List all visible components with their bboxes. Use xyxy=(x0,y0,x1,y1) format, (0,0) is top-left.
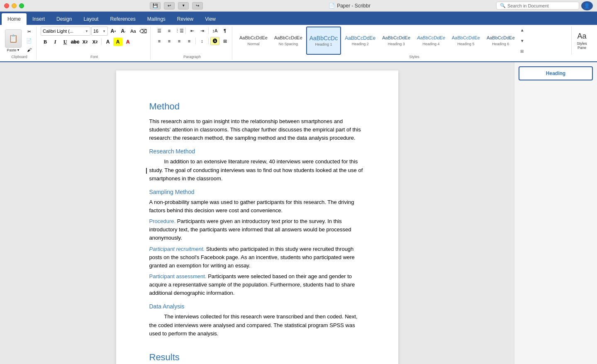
content-area: Method This research aims to gain insigh… xyxy=(0,62,597,364)
align-center-button[interactable]: ≡ xyxy=(165,37,174,45)
format-painter-button[interactable]: 🖌 xyxy=(24,46,34,54)
ribbon-toolbar: 📋 Paste ▼ ✂ 📄 🖌 Clipboard Calibri Light … xyxy=(0,25,597,62)
highlight-button[interactable]: A xyxy=(113,38,122,46)
line-spacing-button[interactable]: ↕ xyxy=(197,37,207,45)
tab-view[interactable]: View xyxy=(199,13,222,25)
tab-references[interactable]: References xyxy=(104,13,141,25)
style-heading5-label: Heading 5 xyxy=(457,42,474,46)
search-in-document[interactable]: 🔍 Search in Document xyxy=(496,2,579,10)
subscript-button[interactable]: X2 xyxy=(80,38,90,46)
increase-indent-button[interactable]: ⇥ xyxy=(197,27,207,35)
document-page: Method This research aims to gain insigh… xyxy=(116,70,398,364)
style-heading4-label: Heading 4 xyxy=(423,42,440,46)
copy-button[interactable]: 📄 xyxy=(24,36,34,45)
tab-mailings[interactable]: Mailings xyxy=(141,13,171,25)
underline-button[interactable]: U xyxy=(61,38,70,46)
align-right-button[interactable]: ≡ xyxy=(175,37,184,45)
paste-button[interactable]: 📋 xyxy=(5,29,22,48)
style-normal[interactable]: AaBbCcDdEe Normal xyxy=(236,27,270,55)
multilevel-list-button[interactable]: ⋮☰ xyxy=(175,27,184,35)
save-icon[interactable]: 💾 xyxy=(150,2,161,10)
window-controls[interactable] xyxy=(4,3,24,8)
tab-design[interactable]: Design xyxy=(51,13,78,25)
increase-font-button[interactable]: A+ xyxy=(109,27,118,35)
undo-icon[interactable]: ↩ xyxy=(164,2,175,10)
font-size-selector[interactable]: 16 ▼ xyxy=(91,27,108,36)
tab-home[interactable]: Home xyxy=(2,13,27,25)
separator4 xyxy=(195,38,196,44)
font-color-button[interactable]: A xyxy=(103,38,112,46)
user-area: 🔍 Search in Document 👤 xyxy=(496,1,593,10)
style-normal-label: Normal xyxy=(247,42,259,46)
cut-button[interactable]: ✂ xyxy=(24,27,34,36)
paragraph-label: Paragraph xyxy=(183,55,201,60)
tab-layout[interactable]: Layout xyxy=(78,13,104,25)
styles-expand-button[interactable]: ⊞ xyxy=(519,49,525,54)
data-analysis-body: The interviews collected for this resear… xyxy=(149,313,365,337)
titlebar: 💾 ↩ ▼ ↪ 📄 Paper - Scribbr 🔍 Search in Do… xyxy=(0,0,597,12)
strikethrough-button[interactable]: abc xyxy=(71,38,80,46)
procedure-label: Procedure. xyxy=(149,218,176,224)
style-heading3-label: Heading 3 xyxy=(388,42,405,46)
text-effect-button[interactable]: A xyxy=(123,38,132,46)
styles-scroll-up-button[interactable]: ▲ xyxy=(519,27,525,33)
font-content: Calibri Light (... ▼ 16 ▼ A+ A- Aa ⌫ B I… xyxy=(41,27,148,55)
minimize-button[interactable] xyxy=(12,3,17,8)
tab-review[interactable]: Review xyxy=(171,13,199,25)
separator1 xyxy=(101,39,102,45)
font-family-selector[interactable]: Calibri Light (... ▼ xyxy=(41,27,90,36)
decrease-indent-button[interactable]: ⇤ xyxy=(188,27,197,35)
document-area[interactable]: Method This research aims to gain insigh… xyxy=(0,62,514,364)
search-icon: 🔍 xyxy=(500,3,506,8)
styles-pane-button[interactable]: Aa Styles Pane xyxy=(571,27,592,55)
paste-dropdown[interactable]: Paste ▼ xyxy=(7,48,20,52)
research-method-body: In addition to an extensive literature r… xyxy=(149,158,365,182)
sort-button[interactable]: ↕A xyxy=(210,27,219,35)
undo-dropdown-icon[interactable]: ▼ xyxy=(178,2,189,10)
intro-paragraph: This research aims to gain insight into … xyxy=(149,117,365,142)
italic-button[interactable]: I xyxy=(51,38,60,46)
align-left-button[interactable]: ≡ xyxy=(155,37,164,45)
close-button[interactable] xyxy=(4,3,9,8)
redo-icon[interactable]: ↪ xyxy=(192,2,203,10)
style-heading3[interactable]: AaBbCcDdEe Heading 3 xyxy=(379,27,413,55)
style-no-spacing-label: No Spacing xyxy=(279,42,298,46)
style-heading1[interactable]: AaBbCcDc Heading 1 xyxy=(306,27,341,55)
clear-format-button[interactable]: ⌫ xyxy=(139,27,148,35)
clipboard-label: Clipboard xyxy=(11,55,27,60)
heading-suggestion-box[interactable]: Heading xyxy=(519,66,593,80)
justify-button[interactable]: ≡ xyxy=(185,37,194,45)
participant-assessment-paragraph: Participant assessment. Participants wer… xyxy=(149,272,365,297)
style-no-spacing-preview: AaBbCcDdEe xyxy=(274,35,302,41)
numbering-button[interactable]: ≡ xyxy=(165,27,174,35)
styles-gallery: AaBbCcDdEe Normal AaBbCcDdEe No Spacing … xyxy=(236,27,570,55)
style-heading2-preview: AaBbCcDdEe xyxy=(345,35,375,41)
sampling-method-heading: Sampling Method xyxy=(149,188,365,197)
text-cursor xyxy=(146,168,147,174)
bullets-button[interactable]: ☰ xyxy=(155,27,164,35)
style-no-spacing[interactable]: AaBbCcDdEe No Spacing xyxy=(271,27,305,55)
style-heading6[interactable]: AaBbCcDdEe Heading 6 xyxy=(484,27,518,55)
decrease-font-button[interactable]: A- xyxy=(119,27,128,35)
style-heading5[interactable]: AaBbCcDdEe Heading 5 xyxy=(449,27,483,55)
tab-insert[interactable]: Insert xyxy=(27,13,51,25)
font-family-chevron-icon: ▼ xyxy=(85,29,88,33)
styles-label: Styles xyxy=(409,55,419,60)
maximize-button[interactable] xyxy=(19,3,24,8)
style-heading4[interactable]: AaBbCcDdEe Heading 4 xyxy=(414,27,448,55)
borders-button[interactable]: ⊞ xyxy=(220,37,229,45)
doc-icon: 📄 xyxy=(329,3,335,9)
shading-button[interactable]: 🅐 xyxy=(210,37,219,45)
user-avatar[interactable]: 👤 xyxy=(581,1,593,10)
right-panel: Heading xyxy=(514,62,597,364)
paste-icon: 📋 xyxy=(9,34,18,43)
superscript-button[interactable]: X2 xyxy=(90,38,100,46)
show-hide-button[interactable]: ¶ xyxy=(220,27,229,35)
change-case-button[interactable]: Aa xyxy=(129,27,138,35)
styles-scroll-down-button[interactable]: ▼ xyxy=(519,38,525,44)
style-heading2[interactable]: AaBbCcDdEe Heading 2 xyxy=(342,27,378,55)
styles-pane-icon: Aa xyxy=(577,32,586,41)
bold-button[interactable]: B xyxy=(41,38,50,46)
clipboard-content: 📋 Paste ▼ ✂ 📄 🖌 xyxy=(5,27,34,55)
data-analysis-heading: Data Analysis xyxy=(149,302,365,311)
